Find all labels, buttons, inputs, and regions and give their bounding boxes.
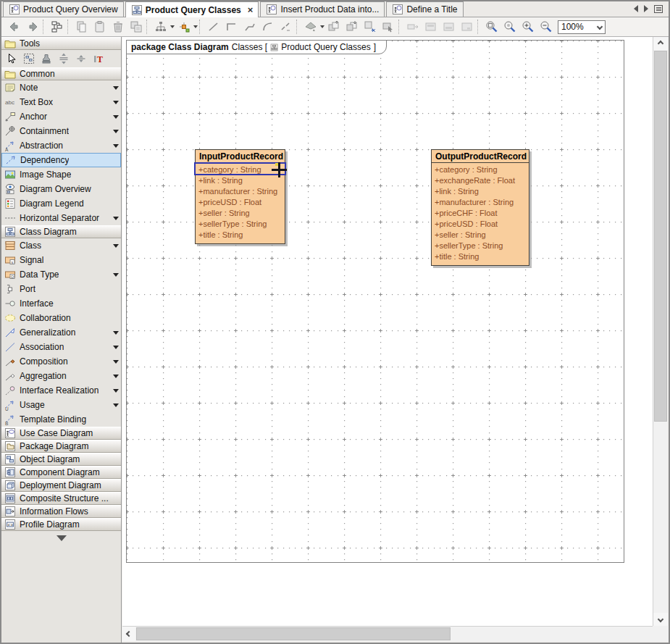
class-shape-inputproductrecord[interactable]: InputProductRecord +category : String+li… [195,149,285,244]
line-round-oblique-button[interactable] [277,19,295,35]
class-attribute[interactable]: +title : String [196,230,285,241]
magnet-button[interactable] [175,19,193,35]
palette-item-port[interactable]: Port [1,282,121,296]
chevron-down-icon[interactable] [113,389,119,393]
class-attribute[interactable]: +manufacturer : String [196,186,285,197]
palette-item-association[interactable]: Association [1,340,121,354]
format-copier-button[interactable] [301,19,319,35]
chevron-down-icon[interactable] [113,244,119,248]
caption-option-2-button[interactable] [422,19,440,35]
tab-product-query-overview[interactable]: Product Query Overview [3,1,124,17]
send-to-back-button[interactable] [343,19,361,35]
vertical-expander-tool-icon[interactable] [58,53,70,64]
palette-section-deployment-diagram[interactable]: Deployment Diagram [1,479,121,492]
layout-diagram-button[interactable] [151,19,169,35]
tab-insert-product-data[interactable]: Insert Product Data into... [260,1,385,17]
chevron-down-icon[interactable] [113,86,119,90]
zoom-overview-button[interactable] [501,19,519,35]
text-annotation-tool-icon[interactable]: T [93,53,104,64]
class-attribute[interactable]: +priceUSD : Float [196,197,285,208]
palette-item-image-shape[interactable]: Image Shape [1,167,121,182]
tab-product-query-classes[interactable]: Product Query Classes × [125,1,259,17]
chevron-down-icon[interactable] [113,130,119,133]
class-attribute[interactable]: +sellerType : String [432,241,529,251]
copy-button[interactable] [72,19,91,35]
palette-item-note[interactable]: Note [1,80,121,95]
close-icon[interactable]: × [248,7,254,14]
palette-section-composite-structure[interactable]: Composite Structure ... [1,492,121,505]
sweeper-tool-icon[interactable] [23,53,35,64]
palette-item-usage[interactable]: U Usage [1,398,121,412]
palette-section-component-diagram[interactable]: Component Diagram [1,466,121,479]
delete-button[interactable] [109,19,127,35]
class-attribute[interactable]: +priceUSD : Float [432,219,529,230]
class-attribute[interactable]: +seller : String [432,230,529,241]
vertical-scrollbar-thumb[interactable] [654,51,667,422]
chevron-down-icon[interactable] [113,360,119,364]
class-attribute[interactable]: +sellerType : String [196,219,285,230]
back-button[interactable] [5,19,23,35]
class-name[interactable]: InputProductRecord [196,150,285,163]
paste-button[interactable] [91,19,109,35]
palette-item-containment[interactable]: Containment [1,124,121,138]
palette-item-aggregation[interactable]: Aggregation [1,369,121,383]
palette-item-dependency[interactable]: Dependency [1,153,121,167]
palette-section-common[interactable]: Common [1,67,121,80]
reset-caption-button[interactable] [379,19,397,35]
pointer-tool-icon[interactable] [6,53,17,64]
line-rectilinear-button[interactable] [222,19,240,35]
tab-list-icon[interactable] [654,5,663,13]
palette-section-package-diagram[interactable]: Package Diagram [1,440,121,453]
class-attribute[interactable]: +title : String [432,251,529,262]
class-attribute[interactable]: +link : String [432,186,529,197]
zoom-level-combobox[interactable]: 100% [558,20,606,34]
scroll-tabs-left-icon[interactable] [634,5,638,12]
horizontal-scrollbar-thumb[interactable] [136,627,451,640]
palette-scroll-down-button[interactable] [47,535,76,541]
fit-shape-size-button[interactable] [361,19,379,35]
chevron-down-icon[interactable] [113,115,119,119]
chevron-down-icon[interactable] [113,346,119,349]
palette-item-diagram-overview[interactable]: Diagram Overview [1,182,121,196]
palette-section-information-flows[interactable]: Information Flows [1,505,121,518]
tab-define-a-title[interactable]: Define a Title [386,1,463,17]
stamper-tool-icon[interactable] [41,53,52,64]
attribute-selection-box[interactable] [194,162,286,175]
class-attribute[interactable]: +exchangeRate : Float [432,175,529,186]
class-shape-outputproductrecord[interactable]: OutputProductRecord +category : String+e… [431,149,529,266]
palette-item-generalization[interactable]: Generalization [1,325,121,340]
palette-item-horizontal-separator[interactable]: Horizontal Separator [1,211,121,225]
transit-to-model-button[interactable] [48,19,66,35]
bring-to-front-button[interactable] [324,19,343,35]
palette-item-abstraction[interactable]: A Abstraction [1,138,121,153]
horizontal-scrollbar[interactable] [122,626,667,641]
forward-button[interactable] [23,19,41,35]
chevron-down-icon[interactable] [113,217,119,220]
duplicate-button[interactable] [127,19,145,35]
palette-section-use-case-diagram[interactable]: Use Case Diagram [1,427,121,440]
class-attribute[interactable]: +seller : String [196,208,285,219]
vertical-compactor-tool-icon[interactable] [75,53,87,64]
palette-item-interface-realization[interactable]: Interface Realization [1,383,121,398]
palette-item-text-box[interactable]: abc Text Box [1,95,121,109]
palette-item-signal[interactable]: s Signal [1,253,121,267]
chevron-down-icon[interactable] [113,144,119,148]
scroll-up-button[interactable] [653,37,668,50]
palette-item-class[interactable]: Class [1,238,121,253]
vertical-scrollbar[interactable] [653,37,667,626]
diagram-canvas[interactable]: package Class Diagram Classes [ Product … [122,37,653,626]
palette-section-tools[interactable]: Tools [1,37,121,50]
caption-option-4-button[interactable] [458,19,476,35]
palette-item-collaboration[interactable]: Collaboration [1,311,121,325]
class-attribute[interactable]: +category : String [432,164,529,175]
caption-option-3-button[interactable] [440,19,458,35]
palette-section-profile-diagram[interactable]: « » Profile Diagram [1,518,121,531]
zoom-out-button[interactable] [537,19,555,35]
scroll-tabs-right-icon[interactable] [644,5,648,12]
palette-item-diagram-legend[interactable]: Diagram Legend [1,196,121,211]
class-attribute[interactable]: +priceCHF : Float [432,208,529,219]
scroll-down-button[interactable] [653,613,668,626]
class-attribute[interactable]: +manufacturer : String [432,197,529,208]
zoom-region-button[interactable] [482,19,501,35]
scroll-left-button[interactable] [122,627,135,641]
